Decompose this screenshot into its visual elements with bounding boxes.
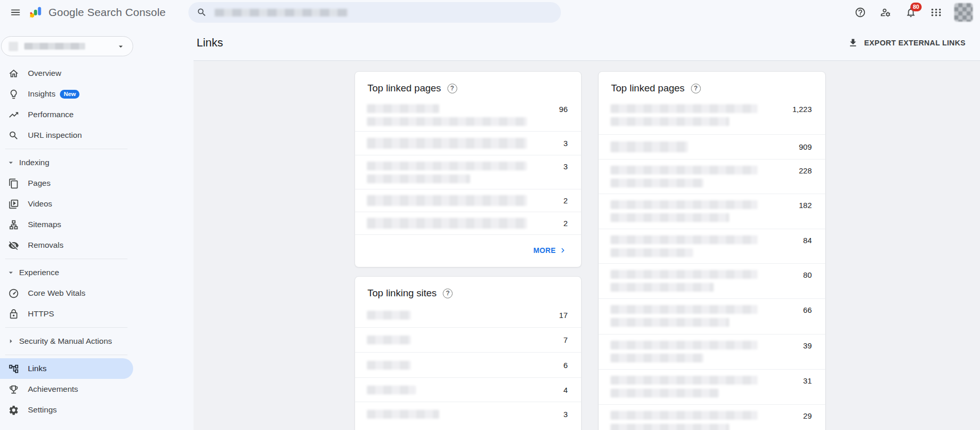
top-linked-pages-table: 96 3 3 2 2: [355, 98, 581, 234]
link-count: 3: [564, 409, 568, 419]
help-icon[interactable]: ?: [691, 84, 701, 93]
table-row[interactable]: 39: [599, 334, 825, 369]
manage-users-button[interactable]: [875, 2, 896, 23]
table-row[interactable]: 7: [355, 327, 581, 352]
card-title: Top linking sites: [367, 288, 437, 299]
redacted-url: [611, 283, 714, 292]
sidebar-divider: [5, 327, 127, 328]
sidebar-item-links[interactable]: Links: [0, 358, 133, 379]
help-icon[interactable]: ?: [447, 84, 457, 93]
redacted-site: [367, 311, 411, 320]
sidebar-item-videos[interactable]: Videos: [0, 194, 133, 214]
notifications-button[interactable]: 80: [901, 2, 921, 23]
sidebar-item-settings[interactable]: Settings: [0, 400, 133, 420]
table-row[interactable]: 29: [599, 404, 825, 430]
url-inspection-search-icon: [8, 130, 19, 141]
table-row[interactable]: 4: [355, 377, 581, 402]
card-top-linked-pages-internal: Top linked pages ? 1,223 909 228: [598, 71, 826, 430]
redacted-url: [611, 200, 758, 209]
chevron-down-icon: [6, 158, 15, 167]
redacted-url: [611, 305, 758, 314]
links-report-content: Top linked pages ? 96 3 3: [194, 61, 980, 430]
sidebar-section-security-manual-actions[interactable]: Security & Manual Actions: [0, 331, 133, 352]
sidebar-item-url-inspection[interactable]: URL inspection: [0, 125, 133, 146]
redacted-url: [367, 138, 527, 149]
redacted-url: [611, 354, 703, 362]
table-row[interactable]: 3: [355, 155, 581, 189]
video-library-icon: [8, 199, 19, 210]
link-count: 2: [564, 218, 568, 228]
property-selector[interactable]: [1, 36, 133, 56]
redacted-url: [611, 389, 719, 397]
hamburger-menu-button[interactable]: [5, 2, 26, 23]
sidebar-item-insights[interactable]: Insights New: [0, 84, 133, 104]
table-row[interactable]: 84: [599, 229, 825, 263]
product-name: Google Search Console: [49, 6, 166, 19]
user-settings-icon: [880, 7, 891, 18]
card-top-linked-pages-external: Top linked pages ? 96 3 3: [355, 71, 582, 267]
redacted-url: [611, 179, 703, 187]
links-tree-icon: [8, 363, 19, 374]
top-linked-pages-table: 1,223 909 228 182: [599, 98, 825, 430]
redacted-url: [611, 248, 693, 257]
table-row[interactable]: 182: [599, 194, 825, 229]
sidebar-item-performance[interactable]: Performance: [0, 104, 133, 125]
google-apps-button[interactable]: [926, 2, 946, 23]
sidebar-item-sitemaps[interactable]: Sitemaps: [0, 214, 133, 235]
table-row[interactable]: 3: [355, 131, 581, 155]
trophy-icon: [8, 384, 19, 395]
link-count: 3: [564, 138, 568, 148]
table-row[interactable]: 80: [599, 263, 825, 298]
chevron-right-icon: [558, 246, 568, 255]
sidebar-item-removals[interactable]: Removals: [0, 235, 133, 256]
table-row[interactable]: 17: [355, 303, 581, 327]
link-count: 66: [803, 305, 812, 315]
table-row[interactable]: 66: [599, 298, 825, 334]
table-row[interactable]: 2: [355, 189, 581, 212]
more-button[interactable]: MORE: [528, 242, 573, 259]
search-icon: [197, 7, 207, 18]
gsc-logo[interactable]: Google Search Console: [29, 5, 166, 20]
main-area: Links EXPORT EXTERNAL LINKS Top linked p…: [194, 25, 980, 430]
table-row[interactable]: 228: [599, 159, 825, 194]
chevron-right-icon: [6, 337, 15, 346]
account-avatar[interactable]: [954, 3, 973, 22]
help-button[interactable]: [850, 2, 871, 23]
redacted-url: [367, 162, 527, 170]
redacted-url: [367, 104, 439, 113]
sidebar-section-indexing[interactable]: Indexing: [0, 152, 133, 173]
table-row[interactable]: 909: [599, 134, 825, 159]
sidebar-section-experience[interactable]: Experience: [0, 262, 133, 283]
table-row[interactable]: 2: [355, 212, 581, 234]
sidebar-divider: [5, 259, 127, 259]
help-icon[interactable]: ?: [443, 289, 453, 298]
link-count: 31: [803, 376, 812, 386]
redacted-url: [611, 376, 758, 385]
link-count: 39: [803, 341, 812, 351]
redacted-url: [367, 174, 470, 183]
sidebar-item-https[interactable]: HTTPS: [0, 304, 133, 324]
pages-copy-icon: [8, 178, 19, 189]
performance-trend-icon: [8, 109, 19, 120]
sidebar-item-overview[interactable]: Overview: [0, 63, 133, 84]
table-row[interactable]: 3: [355, 402, 581, 426]
apps-grid-icon: [930, 7, 942, 18]
export-external-links-button[interactable]: EXPORT EXTERNAL LINKS: [843, 34, 971, 52]
redacted-search-query: [215, 9, 348, 17]
link-count: 2: [564, 196, 568, 205]
table-row[interactable]: 31: [599, 369, 825, 404]
chevron-down-icon: [6, 268, 15, 277]
speed-gauge-icon: [8, 288, 19, 299]
sidebar-item-core-web-vitals[interactable]: Core Web Vitals: [0, 283, 133, 304]
sidebar-item-achievements[interactable]: Achievements: [0, 379, 133, 400]
link-count: 1,223: [792, 104, 812, 114]
card-top-linking-sites: Top linking sites ? 17 7 6: [355, 276, 582, 430]
home-icon: [8, 68, 19, 79]
table-row[interactable]: 1,223: [599, 98, 825, 134]
help-icon: [855, 7, 866, 18]
table-row[interactable]: 6: [355, 352, 581, 377]
table-row[interactable]: 96: [355, 98, 581, 131]
sidebar-item-pages[interactable]: Pages: [0, 173, 133, 194]
download-icon: [848, 38, 858, 48]
search-input[interactable]: [188, 2, 561, 23]
